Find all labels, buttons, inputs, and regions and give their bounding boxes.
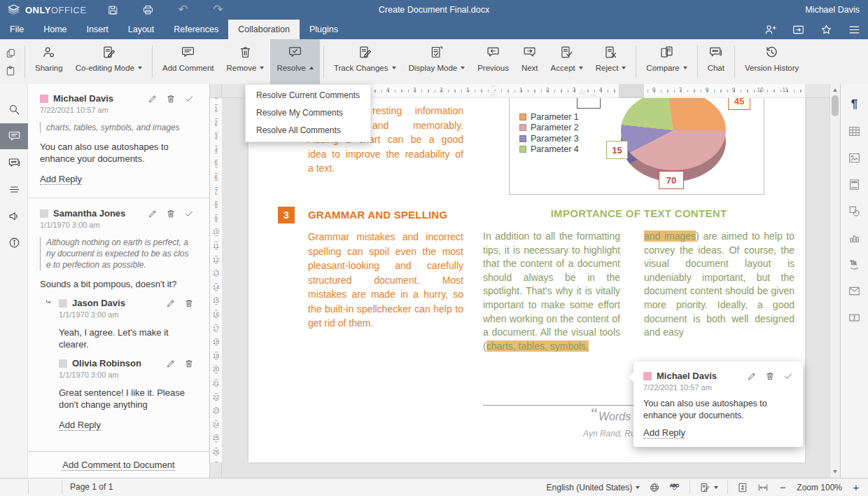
next-change-button[interactable]: Next — [515, 39, 545, 84]
display-mode-button[interactable]: Display Mode — [402, 39, 472, 84]
favorite-star-icon[interactable] — [820, 23, 833, 36]
language-selector[interactable]: English (United States) — [547, 483, 640, 492]
menu-item-resolve-all-comments[interactable]: Resolve All Comments — [246, 122, 370, 139]
open-file-location-icon[interactable] — [792, 23, 805, 36]
scroll-up-arrow[interactable] — [833, 88, 837, 92]
tab-collaboration[interactable]: Collaboration — [228, 20, 300, 39]
coediting-mode-button[interactable]: Co-editing Mode — [69, 39, 148, 84]
add-user-icon[interactable] — [764, 23, 777, 36]
add-reply-link[interactable]: Add Reply — [40, 174, 82, 185]
save-icon — [107, 4, 119, 16]
fit-page-icon[interactable] — [737, 482, 748, 493]
tab-references[interactable]: References — [164, 20, 228, 39]
menu-item-resolve-current-comments[interactable]: Resolve Current Comments — [246, 87, 370, 104]
add-reply-link[interactable]: Add Reply — [643, 427, 685, 439]
v-ruler-number: 4 — [210, 146, 222, 153]
add-comment-button[interactable]: Add Comment — [156, 39, 220, 84]
delete-comment-icon[interactable] — [184, 298, 194, 308]
tab-file[interactable]: File — [0, 20, 34, 39]
paragraph-settings-button[interactable]: ¶ — [841, 91, 868, 118]
remove-label: Remove — [227, 64, 257, 72]
sharing-button[interactable]: Sharing — [29, 39, 69, 84]
next-label: Next — [522, 64, 538, 72]
zoom-out-button[interactable]: − — [778, 481, 788, 493]
pie-chart-frame[interactable]: Parameter 1 Parameter 2 Parameter 3 Para… — [509, 98, 764, 195]
document-language-globe-icon[interactable] — [649, 482, 660, 493]
edit-comment-icon[interactable] — [166, 359, 176, 368]
text-field-settings-button[interactable] — [841, 304, 868, 331]
sidebar-chat-button[interactable] — [0, 150, 28, 176]
text-art-settings-button[interactable] — [841, 251, 868, 277]
resolve-comment-icon[interactable] — [184, 94, 194, 104]
edit-comment-icon[interactable] — [148, 209, 158, 219]
left-indent-marker[interactable] — [490, 94, 498, 97]
track-changes-button[interactable]: Track Changes — [328, 39, 402, 84]
resolve-comment-icon[interactable] — [184, 209, 194, 219]
scrollbar-thumb[interactable] — [832, 95, 839, 116]
previous-icon — [486, 45, 500, 60]
importance-heading: IMPORTANCE OF TEXT CONTENT — [483, 207, 794, 219]
accept-button[interactable]: Accept — [545, 39, 589, 84]
comments-panel-footer: Add Comment to Document — [28, 451, 209, 478]
menu-item-resolve-my-comments[interactable]: Resolve My Comments — [246, 104, 370, 122]
sidebar-navigation-button[interactable] — [0, 177, 28, 202]
copy-icon[interactable] — [5, 48, 16, 59]
sidebar-feedback-button[interactable] — [0, 203, 28, 229]
right-sidebar: ¶ — [840, 84, 868, 478]
table-settings-button[interactable] — [841, 118, 868, 144]
comment-quote: charts, tables, symbols, and images — [40, 122, 194, 133]
delete-comment-icon[interactable] — [765, 371, 775, 381]
pie-label-45: 45 — [728, 98, 750, 110]
reject-button[interactable]: Reject — [589, 39, 633, 84]
tab-layout[interactable]: Layout — [118, 20, 164, 39]
resolve-icon — [288, 45, 302, 60]
header-footer-icon — [848, 178, 861, 191]
spellcheck-icon[interactable] — [669, 482, 680, 493]
chart-bars-icon — [848, 231, 861, 244]
sidebar-search-button[interactable] — [0, 97, 28, 123]
save-button[interactable] — [105, 1, 122, 18]
v-ruler[interactable]: 1234567891011121314151617181920212223242… — [210, 98, 222, 478]
previous-change-button[interactable]: Previous — [471, 39, 515, 84]
edit-comment-icon[interactable] — [747, 371, 757, 381]
edit-comment-icon[interactable] — [166, 298, 176, 308]
chat-button[interactable]: Chat — [701, 39, 731, 84]
indent-marker[interactable] — [590, 94, 596, 97]
left-sidebar — [0, 84, 28, 478]
edit-comment-icon[interactable] — [148, 94, 158, 104]
redo-button[interactable]: ↷ — [210, 1, 227, 18]
remove-comment-button[interactable]: Remove — [220, 39, 271, 84]
image-settings-button[interactable] — [841, 144, 868, 171]
legend-label: Parameter 3 — [531, 134, 579, 144]
version-history-button[interactable]: Version History — [738, 39, 805, 84]
fit-width-icon[interactable] — [757, 482, 769, 493]
zoom-in-button[interactable]: + — [851, 481, 861, 493]
paste-icon[interactable] — [5, 65, 16, 76]
sidebar-comments-button[interactable] — [0, 123, 28, 149]
delete-comment-icon[interactable] — [166, 94, 176, 104]
comment-author: Samantha Jones — [53, 208, 143, 219]
print-button[interactable] — [140, 1, 157, 18]
hamburger-menu-icon[interactable] — [848, 23, 861, 36]
track-changes-status-button[interactable] — [699, 482, 718, 493]
compare-button[interactable]: Compare — [640, 39, 693, 84]
tab-plugins[interactable]: Plugins — [300, 20, 348, 39]
compare-icon — [659, 45, 674, 60]
header-footer-settings-button[interactable] — [841, 171, 868, 198]
scroll-down-arrow[interactable] — [833, 470, 837, 474]
vertical-scrollbar[interactable] — [830, 84, 840, 478]
version-history-icon — [764, 45, 779, 60]
delete-comment-icon[interactable] — [166, 209, 176, 219]
resolve-comment-icon[interactable] — [783, 371, 793, 381]
resolve-button[interactable]: Resolve — [270, 39, 320, 84]
undo-button[interactable]: ↶ — [175, 1, 192, 18]
tab-home[interactable]: Home — [34, 20, 76, 39]
tab-insert[interactable]: Insert — [77, 20, 118, 39]
delete-comment-icon[interactable] — [184, 359, 194, 368]
chart-settings-button[interactable] — [841, 224, 868, 251]
add-reply-link[interactable]: Add Reply — [59, 420, 101, 431]
mail-merge-button[interactable] — [841, 277, 868, 304]
shape-settings-button[interactable] — [841, 198, 868, 224]
sidebar-about-button[interactable] — [0, 230, 28, 256]
add-comment-to-document-link[interactable]: Add Comment to Document — [62, 460, 174, 471]
